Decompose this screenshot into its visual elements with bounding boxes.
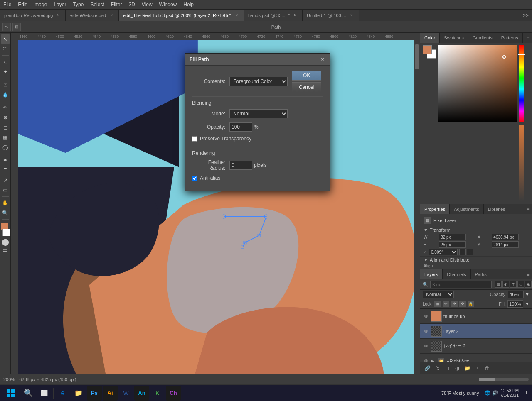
- taskbar-k-app[interactable]: K: [150, 386, 165, 401]
- taskbar-illustrator[interactable]: Ai: [103, 386, 118, 401]
- tool-gradient[interactable]: ▦: [1, 133, 10, 142]
- layer-item-right-arm[interactable]: 👁 ▶ 📁 +Right Arm: [420, 354, 532, 362]
- menu-file[interactable]: File: [3, 2, 11, 7]
- layer-eye-thumbsup[interactable]: 👁: [423, 313, 429, 320]
- new-layer-btn[interactable]: +: [473, 364, 482, 373]
- tab-adjustments[interactable]: Adjustments: [450, 204, 484, 214]
- tab-paths[interactable]: Paths: [471, 269, 491, 279]
- tab-close-plainbob[interactable]: ×: [55, 12, 61, 18]
- tool-brush[interactable]: ✏: [1, 103, 10, 112]
- background-color-swatch[interactable]: [2, 229, 10, 236]
- opacity-dialog-input[interactable]: [229, 122, 252, 132]
- fill-input[interactable]: [507, 300, 523, 308]
- tool-eyedropper[interactable]: 💧: [1, 90, 10, 99]
- tool-clone[interactable]: ⊕: [1, 113, 10, 122]
- color-gradient-picker[interactable]: [438, 45, 517, 122]
- tool-path-select[interactable]: ↗: [1, 176, 10, 185]
- lock-art-icon[interactable]: ✣: [451, 301, 458, 307]
- filter-adj-icon[interactable]: ◐: [502, 281, 509, 288]
- tool-eraser[interactable]: ◻: [1, 123, 10, 132]
- layer-item-layer-jp[interactable]: 👁 レイヤー 2: [420, 339, 532, 354]
- tab-channels[interactable]: Channels: [443, 269, 470, 279]
- tab-close-videowebsite[interactable]: ×: [108, 12, 114, 18]
- delete-layer-btn[interactable]: 🗑: [483, 364, 492, 373]
- dialog-cancel-btn[interactable]: Cancel: [292, 82, 321, 92]
- layer-eye-layer2[interactable]: 👁: [423, 328, 429, 335]
- tool-quick-mask[interactable]: ⬤: [2, 238, 9, 246]
- tab-color[interactable]: Color: [420, 33, 440, 43]
- dialog-ok-btn[interactable]: OK: [292, 71, 321, 81]
- tab-swatches[interactable]: Swatches: [440, 33, 468, 43]
- tab-videowebsite[interactable]: videoWebsite.psd ×: [66, 10, 119, 21]
- mode-select[interactable]: Normal Multiply Screen Overlay: [229, 109, 288, 118]
- tool-screen-mode[interactable]: ▭: [2, 247, 8, 253]
- properties-panel-menu[interactable]: ≡: [525, 204, 532, 214]
- filter-shape-icon[interactable]: ▭: [517, 281, 524, 288]
- color-alpha-bar[interactable]: [519, 125, 524, 201]
- menu-edit[interactable]: Edit: [18, 2, 27, 7]
- tool-hand[interactable]: ✋: [1, 198, 10, 208]
- contents-select[interactable]: Foreground Color Background Color Color.…: [229, 77, 288, 86]
- tool-dodge[interactable]: ◯: [1, 143, 10, 152]
- rotate-select[interactable]: 0.009°: [429, 249, 458, 255]
- opacity-arrow[interactable]: ▼: [525, 292, 530, 297]
- options-icon-1[interactable]: ↖: [2, 23, 11, 31]
- preserve-transparency-label[interactable]: Preserve Transparency: [200, 136, 251, 142]
- tool-select[interactable]: ⬚: [1, 44, 10, 54]
- taskbar-edge[interactable]: e: [55, 386, 70, 401]
- tool-lasso[interactable]: ⊂: [1, 57, 10, 66]
- taskbar-character-app[interactable]: Ch: [166, 386, 181, 401]
- tab-close-hands[interactable]: ×: [292, 12, 298, 18]
- tab-properties[interactable]: Properties: [420, 204, 450, 214]
- opacity-input[interactable]: [508, 291, 524, 298]
- scrollbar-vertical[interactable]: [414, 40, 420, 374]
- tab-patterns[interactable]: Patterns: [497, 33, 523, 43]
- new-group-btn[interactable]: 📁: [463, 364, 472, 373]
- tab-layers[interactable]: Layers: [420, 269, 443, 279]
- x-input[interactable]: [492, 234, 519, 240]
- color-spectrum-bar[interactable]: [519, 45, 524, 122]
- preserve-transparency-checkbox[interactable]: [192, 136, 197, 142]
- menu-type[interactable]: Type: [73, 2, 84, 7]
- taskbar-file-explorer[interactable]: 📁: [71, 386, 86, 401]
- notifications-icon[interactable]: 🗨: [521, 390, 527, 396]
- tool-text[interactable]: T: [1, 166, 10, 175]
- layer-eye-layer-jp[interactable]: 👁: [423, 343, 429, 350]
- tab-close-untitled[interactable]: ×: [349, 12, 355, 18]
- anti-alias-checkbox[interactable]: [192, 176, 197, 181]
- lock-move-icon[interactable]: ✛: [459, 301, 466, 307]
- scrollbar-thumb-v[interactable]: [415, 44, 419, 69]
- tab-libraries[interactable]: Libraries: [484, 204, 510, 214]
- tool-crop[interactable]: ⊡: [1, 80, 10, 89]
- tab-plainbob[interactable]: plainBob-Recovered.jpg ×: [0, 10, 66, 21]
- taskbar-time[interactable]: 12:58 PM 7/14/2021: [500, 389, 519, 398]
- menu-select[interactable]: Select: [90, 2, 104, 7]
- options-icon-2[interactable]: ⊞: [12, 23, 21, 31]
- tab-overflow[interactable]: >>: [520, 10, 532, 21]
- add-adjustment-btn[interactable]: ◑: [453, 364, 462, 373]
- network-icon[interactable]: 🌐: [485, 390, 490, 396]
- anti-alias-label[interactable]: Anti-alias: [200, 175, 220, 181]
- tab-hands[interactable]: hands.psd @ 33.... * ×: [244, 10, 303, 21]
- canvas-scrollbar-h-thumb[interactable]: [479, 378, 495, 381]
- dialog-close-btn[interactable]: ×: [319, 56, 326, 63]
- fill-arrow[interactable]: ▼: [525, 301, 530, 306]
- layers-search-input[interactable]: [430, 281, 492, 288]
- add-mask-btn[interactable]: ◻: [443, 364, 452, 373]
- canvas-scrollbar-h[interactable]: [479, 378, 529, 381]
- layer-eye-right-arm[interactable]: 👁: [423, 358, 429, 362]
- layers-panel-menu[interactable]: ≡: [525, 269, 532, 279]
- menu-3d[interactable]: 3D: [128, 2, 135, 7]
- tool-zoom[interactable]: 🔍: [1, 208, 10, 218]
- flip-h-btn[interactable]: ↔: [459, 249, 466, 255]
- color-panel-menu[interactable]: ≡: [525, 33, 532, 43]
- filter-smart-icon[interactable]: ◉: [525, 281, 532, 288]
- lock-pos-icon[interactable]: ✏: [443, 301, 449, 307]
- flip-v-btn[interactable]: ↕: [467, 249, 473, 255]
- volume-icon[interactable]: 🔊: [492, 390, 498, 396]
- tab-editbob[interactable]: edit_The Real Bob 3.psd @ 200% (Layer 2,…: [119, 10, 244, 21]
- taskbar-task-view[interactable]: ⬜: [37, 386, 52, 401]
- taskbar-photoshop[interactable]: Ps: [87, 386, 102, 401]
- tab-untitled[interactable]: Untitled-1 @ 100.... ×: [303, 10, 359, 21]
- layer-item-layer2[interactable]: 👁 Layer 2: [420, 324, 532, 339]
